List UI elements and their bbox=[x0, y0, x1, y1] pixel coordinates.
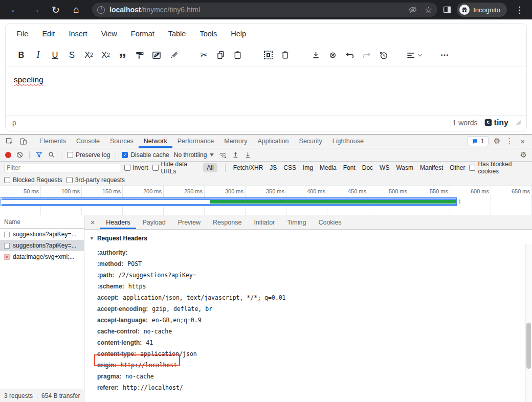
tab-cookies[interactable]: Cookies bbox=[312, 215, 347, 229]
disable-cache-checkbox[interactable]: Disable cache bbox=[122, 151, 169, 159]
select-all-button[interactable] bbox=[260, 47, 277, 64]
has-blocked-cookies-checkbox[interactable]: Has blocked cookies bbox=[469, 161, 528, 175]
filter-type-font[interactable]: Font bbox=[343, 164, 356, 171]
filter-type-other[interactable]: Other bbox=[450, 164, 465, 171]
align-button[interactable] bbox=[406, 47, 423, 64]
tab-performance[interactable]: Performance bbox=[172, 135, 219, 148]
forward-button[interactable]: → bbox=[29, 4, 42, 15]
filter-input[interactable] bbox=[4, 164, 120, 172]
menu-table[interactable]: Table bbox=[168, 30, 186, 38]
clear-network-log-icon[interactable] bbox=[16, 151, 24, 159]
reload-button[interactable]: ↻ bbox=[49, 4, 62, 16]
invert-checkbox[interactable]: Invert bbox=[124, 164, 148, 171]
restore-draft-button[interactable] bbox=[375, 47, 392, 64]
scrollbar-thumb[interactable] bbox=[526, 323, 531, 369]
tab-response[interactable]: Response bbox=[207, 215, 248, 229]
edit-image-button[interactable] bbox=[148, 47, 165, 64]
editor-content[interactable]: speeling bbox=[6, 66, 526, 115]
devtools-menu-icon[interactable]: ⋮ bbox=[505, 137, 513, 146]
tab-preview[interactable]: Preview bbox=[172, 215, 207, 229]
underline-button[interactable]: U bbox=[47, 47, 63, 64]
home-button[interactable]: ⌂ bbox=[70, 4, 83, 15]
format-painter-button[interactable] bbox=[131, 47, 148, 64]
third-party-requests-checkbox[interactable]: 3rd-party requests bbox=[66, 176, 125, 184]
close-details-icon[interactable]: × bbox=[84, 218, 100, 227]
permanent-pen-button[interactable] bbox=[165, 47, 182, 64]
throttling-dropdown[interactable]: No throttling bbox=[174, 151, 214, 159]
bold-button[interactable]: B bbox=[13, 47, 30, 64]
back-button[interactable]: ← bbox=[8, 4, 21, 15]
devtools-close-icon[interactable]: × bbox=[518, 137, 527, 146]
menu-help[interactable]: Help bbox=[231, 30, 246, 38]
site-info-icon[interactable]: i bbox=[97, 6, 105, 14]
details-scrollbar[interactable] bbox=[525, 244, 532, 402]
filter-type-ws[interactable]: WS bbox=[380, 164, 389, 171]
filter-type-media[interactable]: Media bbox=[320, 164, 337, 171]
subscript-button[interactable]: X2 bbox=[80, 47, 97, 64]
hide-data-urls-checkbox[interactable]: Hide data URLs bbox=[152, 161, 199, 175]
network-settings-icon[interactable]: ⚙ bbox=[520, 150, 527, 160]
misspelled-word[interactable]: speeling bbox=[14, 75, 43, 84]
issues-counter[interactable]: 1 bbox=[468, 136, 489, 146]
import-har-icon[interactable] bbox=[232, 151, 239, 159]
menu-edit[interactable]: Edit bbox=[42, 30, 55, 38]
tab-headers[interactable]: Headers bbox=[100, 215, 136, 229]
filter-type-js[interactable]: JS bbox=[270, 164, 277, 171]
superscript-button[interactable]: X2 bbox=[97, 47, 114, 64]
request-row[interactable]: suggestions?apiKey=... bbox=[0, 229, 84, 240]
filter-type-all[interactable]: All bbox=[203, 163, 217, 172]
search-icon[interactable] bbox=[48, 151, 55, 159]
strikethrough-button[interactable]: S bbox=[63, 47, 80, 64]
tab-initiator[interactable]: Initiator bbox=[248, 215, 281, 229]
tab-timing[interactable]: Timing bbox=[281, 215, 312, 229]
filter-toggle-icon[interactable] bbox=[35, 151, 43, 159]
url-bar[interactable]: i localhost/tinymce/tiny6.html ☆ bbox=[92, 3, 437, 17]
resize-handle-icon[interactable] bbox=[516, 120, 521, 125]
preserve-log-checkbox[interactable]: Preserve log bbox=[67, 151, 110, 159]
tab-lighthouse[interactable]: Lighthouse bbox=[327, 135, 369, 148]
inspect-element-icon[interactable] bbox=[5, 137, 14, 146]
tab-security[interactable]: Security bbox=[294, 135, 327, 148]
undo-button[interactable] bbox=[341, 47, 358, 64]
more-toolbar-button[interactable]: ⋯ bbox=[436, 47, 453, 64]
tab-payload[interactable]: Payload bbox=[136, 215, 171, 229]
filter-type-css[interactable]: CSS bbox=[283, 164, 296, 171]
devtools-settings-icon[interactable]: ⚙ bbox=[494, 137, 500, 146]
eye-off-icon[interactable] bbox=[408, 5, 417, 14]
request-row[interactable]: data:image/svg+xml;... bbox=[0, 251, 84, 262]
paste-button[interactable] bbox=[229, 47, 246, 64]
redo-button[interactable] bbox=[358, 47, 375, 64]
blockquote-button[interactable]: ” bbox=[114, 47, 131, 64]
tab-sources[interactable]: Sources bbox=[105, 135, 139, 148]
menu-view[interactable]: View bbox=[101, 30, 117, 38]
copy-button[interactable] bbox=[212, 47, 229, 64]
menu-format[interactable]: Format bbox=[131, 30, 154, 38]
filter-type-img[interactable]: Img bbox=[303, 164, 313, 171]
filter-type-fetchxhr[interactable]: Fetch/XHR bbox=[233, 164, 263, 171]
tab-application[interactable]: Application bbox=[252, 135, 294, 148]
tab-console[interactable]: Console bbox=[71, 135, 105, 148]
request-row-selected[interactable]: suggestions?apiKey=... bbox=[0, 240, 84, 251]
export-button[interactable] bbox=[307, 47, 324, 64]
incognito-badge[interactable]: Incognito bbox=[457, 3, 507, 17]
menu-file[interactable]: File bbox=[16, 30, 28, 38]
tab-memory[interactable]: Memory bbox=[219, 135, 252, 148]
browser-menu-icon[interactable]: ⋮ bbox=[512, 5, 527, 15]
device-toolbar-icon[interactable] bbox=[19, 137, 28, 146]
side-panel-icon[interactable] bbox=[442, 5, 452, 14]
network-conditions-icon[interactable] bbox=[218, 150, 227, 159]
timeline-selection[interactable] bbox=[1, 197, 457, 206]
word-count[interactable]: 1 words bbox=[453, 119, 478, 127]
name-column-header[interactable]: Name bbox=[0, 215, 84, 229]
cut-button[interactable]: ✂ bbox=[195, 47, 212, 64]
filter-type-wasm[interactable]: Wasm bbox=[396, 164, 413, 171]
filter-type-manifest[interactable]: Manifest bbox=[420, 164, 443, 171]
bookmark-star-icon[interactable]: ☆ bbox=[425, 5, 432, 15]
record-button[interactable] bbox=[5, 152, 11, 158]
export-har-icon[interactable] bbox=[244, 151, 252, 159]
filter-type-doc[interactable]: Doc bbox=[362, 164, 373, 171]
tab-elements[interactable]: Elements bbox=[34, 135, 71, 148]
element-path[interactable]: p bbox=[12, 119, 16, 127]
tiny-branding[interactable]: tiny bbox=[484, 118, 508, 127]
cancel-button[interactable]: ⊗ bbox=[324, 47, 341, 64]
